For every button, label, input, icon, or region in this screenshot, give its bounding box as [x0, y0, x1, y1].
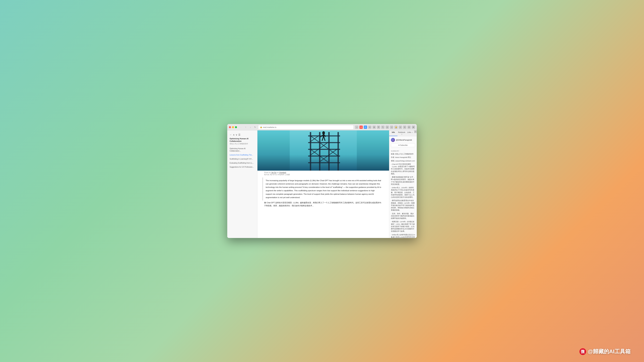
extension-icon4[interactable]: ✎ — [381, 125, 384, 129]
right-panel-tabs: Info Notebook 0 Links 0 ⤢ — [389, 130, 417, 136]
svg-rect-6 — [308, 142, 340, 143]
extension-icon5[interactable]: ◫ — [386, 125, 389, 129]
summary-line-2: 作者: Maria Panagiotidi 博士 — [391, 156, 415, 159]
summary-section-title: SUMMARY — [391, 150, 415, 152]
sidebar-back-icon[interactable]: ← — [230, 133, 232, 136]
tab-notebook-count: 0 — [401, 133, 402, 135]
article-body-en: The increasing popularity of large langu… — [266, 179, 381, 199]
traffic-lights — [229, 126, 237, 128]
caption-author-link[interactable]: Jay Ee — [271, 172, 276, 173]
sidebar-title: Optimising Human-AI Collaboration 优化人与人工… — [227, 137, 257, 147]
lock-icon: 🔒 — [260, 126, 262, 128]
minimize-button[interactable] — [232, 126, 234, 128]
summary-line-4: - Chat-GPT等大型语言模型（LLMs）的普及为来了AI辅助写作工具的新时… — [391, 163, 415, 175]
extension-icon6[interactable]: ◻ — [390, 125, 393, 129]
summary-line-1: 标题: 优化人与人工智能的协作 — [391, 153, 415, 155]
right-panel-content: M @DrMariaPanagiotidi ✉ Subscribe SUMMAR… — [389, 136, 417, 238]
sidebar-title-en: Optimising Human-AI Collaboration — [230, 137, 255, 143]
record-icon[interactable]: ● — [360, 125, 363, 129]
sidebar-item-1[interactable]: Lessons from Scaffolding The... — [227, 153, 257, 157]
sidebar-item-2[interactable]: Scaffolding in Learning学习中... — [227, 157, 257, 161]
summary-line-3: 领域: uxpsychology.substack.com — [391, 160, 415, 162]
summary-line-10: - Dhillon等人的研究通过且定义AI集成工具对LLMs在共同写作任务中的脚… — [391, 234, 415, 238]
address-bar[interactable]: 🔒 read.readwise.io — [258, 125, 354, 129]
svg-rect-9 — [308, 162, 340, 163]
extension-icon2[interactable]: ⊞ — [372, 125, 376, 129]
author-avatar: M — [391, 138, 395, 142]
sidebar-item-4[interactable]: Suggestions for UX Profession... — [227, 165, 257, 169]
caption-platform-link[interactable]: Unsplash — [279, 172, 286, 173]
author-name: @DrMariaPanagiotidi — [396, 139, 412, 141]
watermark: 微 @歸藏的AI工具箱 — [580, 348, 630, 355]
svg-rect-8 — [308, 156, 340, 157]
summary-line-5: - 重要考虑因素是"脚手架"水平，即AI提供的支持指导，涵盖从单个句子建议到生成… — [391, 176, 415, 186]
sidebar-up-icon[interactable]: ∧ — [233, 133, 234, 136]
author-row: M @DrMariaPanagiotidi — [391, 138, 415, 142]
article-body-zh: 像 Chat-GPT 这样的大型语言模型（LLMs）越来越受欢迎，将我们带入了一… — [258, 200, 389, 209]
article-hero-image — [258, 130, 389, 171]
tab-notebook-label: Notebook — [398, 131, 405, 133]
extension-icon9[interactable]: ⊡ — [403, 125, 406, 129]
reload-button[interactable]: ↻ — [254, 125, 257, 129]
summary-line-7: - 脚手架理论在教育理论中有深厚根基，布鲁纳（1975年）将脚手架比喻为给予学习… — [391, 199, 415, 211]
maximize-button[interactable] — [235, 126, 237, 128]
svg-rect-21 — [323, 134, 324, 138]
right-panel: Info Notebook 0 Links 0 ⤢ — [389, 130, 417, 238]
extension-icon7[interactable]: 🔔 — [394, 125, 398, 129]
svg-point-20 — [322, 131, 325, 135]
watermark-handle: @歸藏的AI工具箱 — [588, 348, 630, 355]
sidebar-title-zh: 优化人与人工智能的协作 — [230, 143, 255, 145]
search-icon[interactable]: ⌕ — [355, 125, 358, 129]
toolbar-icons: ⌕ ● R ⊡ ⊞ ☰ ✎ ◫ ◻ 🔔 ⊙ ⊡ ⊟ ⊠ — [355, 125, 415, 129]
scaffolding-illustration — [258, 130, 389, 171]
extension-icon10[interactable]: ⊟ — [407, 125, 411, 129]
left-sidebar: ← ∧ ∨ ☰ Optimising Human-AI Collaboratio… — [227, 130, 258, 238]
tab-links-count: 0 — [412, 132, 413, 133]
browser-body: ← ∧ ∨ ☰ Optimising Human-AI Collaboratio… — [227, 130, 417, 238]
browser-toolbar: ← ↑ ↓ ↻ 🔒 read.readwise.io ⌕ ● R ⊡ ⊞ ☰ ✎… — [227, 124, 417, 130]
extension-icon8[interactable]: ⊙ — [399, 125, 402, 129]
sidebar-down-icon[interactable]: ∨ — [236, 133, 237, 136]
main-content: Photo by Jay Ee on Unsplash 照片由 Jay Ee 在… — [258, 130, 389, 238]
weibo-icon: 微 — [580, 348, 586, 355]
tab-links[interactable]: Links 0 — [406, 130, 414, 136]
summary-line-8: - 支持、协作、解决问题、逐步消支持和学习顺序是布鲁纳提出的脚手架的关键原则。 — [391, 213, 415, 220]
caption-prefix: Photo by — [264, 172, 271, 173]
url-text: read.readwise.io — [263, 126, 276, 128]
sidebar-expand-icon[interactable]: ☰ — [238, 133, 240, 136]
image-caption: Photo by Jay Ee on Unsplash 照片由 Jay Ee 在… — [258, 171, 389, 177]
summary-line-9: - 维果茨基（1978年）的"最近发展区"（ZPD）概念强调了学习者在有无指导下… — [391, 221, 415, 232]
extension-icon1[interactable]: ⊡ — [368, 125, 372, 129]
tab-links-label: Links — [407, 131, 411, 133]
svg-rect-2 — [319, 132, 320, 171]
subscribe-button[interactable]: ✉ Subscribe — [391, 143, 415, 147]
caption-zh: 照片由 Jay Ee 在 Unsplash 上拍摄 — [264, 174, 290, 175]
svg-rect-3 — [328, 132, 330, 171]
tab-info-label: Info — [392, 131, 395, 133]
expand-panel-icon[interactable]: ⤢ — [414, 130, 417, 133]
tab-info[interactable]: Info — [389, 130, 398, 136]
back-button[interactable]: ← — [239, 125, 243, 129]
down-button[interactable]: ↓ — [249, 125, 252, 129]
browser-window: ← ↑ ↓ ↻ 🔒 read.readwise.io ⌕ ● R ⊡ ⊞ ☰ ✎… — [227, 124, 417, 238]
sidebar-item-0[interactable]: Optimising Human-AI Collaboration... — [227, 147, 257, 153]
svg-rect-7 — [308, 149, 340, 150]
tab-notebook[interactable]: Notebook 0 — [398, 130, 406, 136]
svg-rect-1 — [310, 132, 311, 171]
caption-on: on — [277, 172, 279, 173]
svg-rect-4 — [338, 132, 339, 171]
close-button[interactable] — [229, 126, 231, 128]
readwise-icon[interactable]: R — [364, 125, 367, 129]
sidebar-item-3[interactable]: Evaluating Scaffolding from LL... — [227, 161, 257, 165]
extension-icon11[interactable]: ⊠ — [412, 125, 415, 129]
extension-icon3[interactable]: ☰ — [377, 125, 380, 129]
forward-button[interactable]: ↑ — [244, 125, 247, 129]
summary-line-6: - Dhillon等人（2024年）的研究系统评估了不同AI支架对写作质量、用户… — [391, 187, 415, 198]
